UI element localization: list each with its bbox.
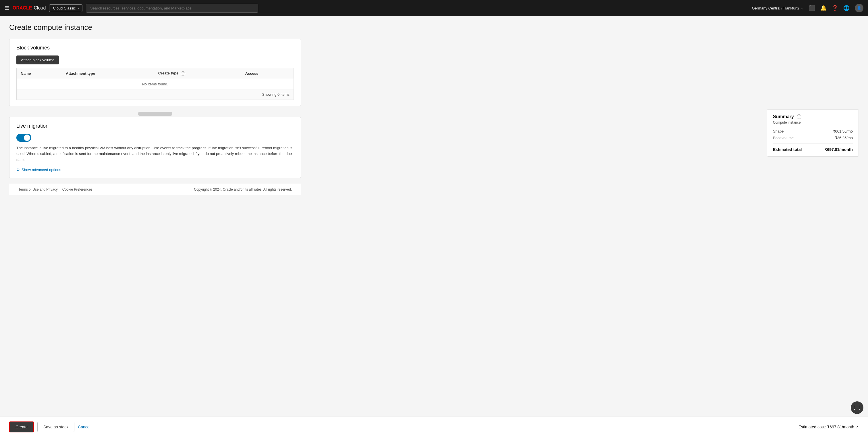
- cookie-preferences-link[interactable]: Cookie Preferences: [62, 187, 92, 192]
- no-items-row: No items found.: [17, 79, 293, 89]
- summary-shape-row: Shape ₹661.56/mo: [773, 129, 853, 134]
- summary-total-row: Estimated total ₹697.81/month: [773, 147, 853, 152]
- col-name: Name: [17, 68, 62, 79]
- oracle-logo: ORACLE Cloud: [13, 5, 46, 11]
- scrollbar-thumb[interactable]: [138, 112, 172, 116]
- live-migration-toggle[interactable]: [17, 134, 31, 142]
- summary-subtitle: Compute instance: [773, 120, 853, 124]
- horizontal-scrollbar[interactable]: [9, 112, 301, 116]
- footer-links: Terms of Use and Privacy Cookie Preferen…: [19, 187, 92, 192]
- summary-total-label: Estimated total: [773, 147, 802, 152]
- summary-title-row: Summary i: [773, 114, 853, 119]
- region-dropdown-icon: ⌄: [801, 6, 804, 10]
- table-header: Name Attachment type Create type i Acces…: [17, 68, 293, 79]
- region-selector[interactable]: Germany Central (Frankfurt) ⌄: [752, 6, 804, 10]
- attach-block-volume-button[interactable]: Attach block volume: [17, 56, 59, 64]
- summary-boot-volume-value: ₹36.25/mo: [835, 136, 853, 140]
- showing-items-row: Showing 0 items: [17, 89, 293, 99]
- block-volumes-table-container: Name Attachment type Create type i Acces…: [17, 68, 294, 100]
- global-search-input[interactable]: [86, 4, 258, 13]
- summary-shape-label: Shape: [773, 129, 784, 134]
- summary-panel: Summary i Compute instance Shape ₹661.56…: [767, 109, 859, 157]
- terminal-icon[interactable]: ⬛: [809, 5, 815, 11]
- cloud-classic-button[interactable]: Cloud Classic ›: [49, 4, 83, 12]
- summary-boot-volume-row: Boot volume ₹36.25/mo: [773, 136, 853, 140]
- page-title: Create compute instance: [9, 23, 301, 32]
- col-attachment-type: Attachment type: [62, 68, 154, 79]
- page-footer: Terms of Use and Privacy Cookie Preferen…: [9, 184, 301, 195]
- cloud-classic-arrow-icon: ›: [78, 6, 79, 10]
- create-type-info-icon[interactable]: i: [181, 71, 185, 76]
- copyright-text: Copyright © 2024, Oracle and/or its affi…: [194, 187, 292, 192]
- terms-of-use-link[interactable]: Terms of Use and Privacy: [19, 187, 58, 192]
- help-icon[interactable]: ❓: [832, 5, 838, 11]
- block-volumes-title: Block volumes: [17, 45, 294, 51]
- summary-title-text: Summary: [773, 114, 794, 119]
- header-right-actions: Germany Central (Frankfurt) ⌄ ⬛ 🔔 ❓ 🌐 👤: [752, 4, 863, 12]
- show-advanced-options-link[interactable]: ⚙ Show advanced options: [17, 168, 61, 172]
- col-create-type: Create type i: [154, 68, 241, 79]
- live-migration-card: Live migration The instance is live migr…: [9, 117, 301, 178]
- toggle-slider: [17, 134, 31, 142]
- globe-icon[interactable]: 🌐: [843, 5, 849, 11]
- summary-shape-value: ₹661.56/mo: [833, 129, 853, 134]
- live-migration-description: The instance is live migrated to a healt…: [17, 145, 294, 163]
- live-migration-title: Live migration: [17, 123, 294, 129]
- show-advanced-label: Show advanced options: [22, 168, 61, 172]
- table-body: No items found. Showing 0 items: [17, 79, 293, 99]
- summary-boot-volume-label: Boot volume: [773, 136, 794, 140]
- bell-icon[interactable]: 🔔: [820, 5, 827, 11]
- cloud-classic-label: Cloud Classic: [53, 6, 75, 10]
- app-header: ☰ ORACLE Cloud Cloud Classic › Germany C…: [0, 0, 868, 16]
- summary-divider: [773, 143, 853, 144]
- oracle-text: ORACLE: [13, 5, 32, 11]
- summary-total-value: ₹697.81/month: [825, 147, 853, 152]
- main-content: Create compute instance Block volumes At…: [0, 16, 310, 220]
- no-items-text: No items found.: [17, 79, 293, 89]
- summary-info-icon[interactable]: i: [797, 114, 801, 119]
- showing-items-text: Showing 0 items: [17, 89, 293, 99]
- block-volumes-table: Name Attachment type Create type i Acces…: [17, 68, 293, 100]
- live-migration-toggle-container: [17, 134, 294, 142]
- block-volumes-card: Block volumes Attach block volume Name A…: [9, 39, 301, 106]
- cloud-text: Cloud: [34, 5, 46, 11]
- region-label: Germany Central (Frankfurt): [752, 6, 799, 10]
- settings-icon: ⚙: [17, 168, 20, 172]
- hamburger-menu-icon[interactable]: ☰: [5, 5, 9, 11]
- user-avatar[interactable]: 👤: [855, 4, 863, 12]
- col-access: Access: [241, 68, 293, 79]
